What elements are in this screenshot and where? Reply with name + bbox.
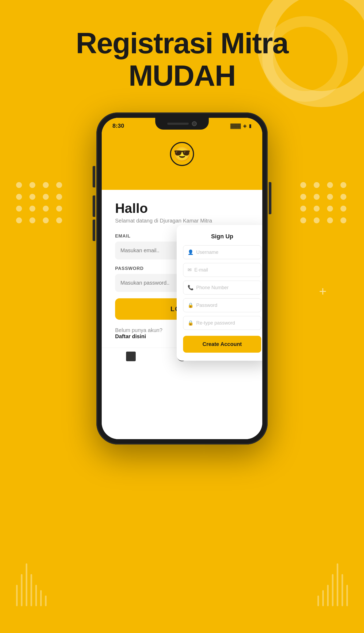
greeting-subtitle: Selamat datang di Djuragan Kamar Mitra — [115, 218, 249, 224]
signal-icon: ▓▓▓ — [230, 123, 241, 129]
app-content: 😎 Djuragan Kamar Hallo Selamat datang di… — [102, 134, 262, 439]
logo-face: 😎 — [173, 146, 191, 162]
wifi-icon: ◈ — [243, 123, 247, 129]
main-title: Registrasi Mitra MUDAH — [62, 27, 302, 92]
password-signup-icon: 🔒 — [188, 302, 194, 308]
title-line1: Registrasi Mitra — [76, 27, 288, 59]
email-signup-icon: ✉ — [188, 267, 192, 273]
username-icon: 👤 — [188, 249, 194, 255]
password-signup-field[interactable]: 🔒 Password — [183, 298, 261, 312]
battery-icon: ▮ — [249, 123, 252, 129]
title-line2: MUDAH — [128, 59, 235, 92]
register-link[interactable]: Daftar disini — [115, 333, 146, 339]
notch-camera — [192, 121, 197, 126]
status-time: 8:30 — [112, 122, 124, 129]
logo-circle: 😎 — [170, 142, 194, 166]
notch — [155, 118, 209, 130]
greeting-title: Hallo — [115, 201, 249, 216]
username-field[interactable]: 👤 Username — [183, 245, 261, 259]
retype-icon: 🔒 — [188, 320, 194, 326]
plus-decoration: + — [319, 284, 327, 299]
phone-mockup: 8:30 ▓▓▓ ◈ ▮ 😎 Djuragan Kamar — [96, 112, 268, 455]
dots-left — [16, 182, 64, 223]
signup-title: Sign Up — [183, 233, 261, 240]
lines-bottom-right — [317, 563, 348, 606]
email-signup-placeholder: E-mail — [194, 267, 208, 273]
phone-screen: 8:30 ▓▓▓ ◈ ▮ 😎 Djuragan Kamar — [102, 118, 262, 439]
status-bar: 8:30 ▓▓▓ ◈ ▮ — [102, 118, 262, 134]
phone-field[interactable]: 📞 Phone Number — [183, 281, 261, 295]
status-icons: ▓▓▓ ◈ ▮ — [230, 123, 252, 129]
phone-placeholder: Phone Number — [196, 285, 229, 291]
email-signup-field[interactable]: ✉ E-mail — [183, 263, 261, 277]
phone-shell: 8:30 ▓▓▓ ◈ ▮ 😎 Djuragan Kamar — [96, 112, 268, 444]
logo-text-black: Djuragan — [149, 169, 186, 179]
logo-text-yellow: Kamar — [188, 169, 215, 179]
signup-card: Sign Up 👤 Username ✉ E-mail 📞 Phone Numb… — [177, 225, 262, 361]
password-signup-placeholder: Password — [196, 303, 217, 308]
create-account-button[interactable]: Create Account — [183, 336, 261, 353]
app-header: 😎 Djuragan Kamar — [102, 134, 262, 190]
lines-bottom-left — [16, 563, 47, 606]
dots-right — [300, 182, 348, 223]
retype-password-field[interactable]: 🔒 Re-type password — [183, 316, 261, 330]
username-placeholder: Username — [196, 250, 218, 255]
phone-icon: 📞 — [188, 285, 194, 291]
retype-placeholder: Re-type password — [196, 320, 235, 326]
logo-text: Djuragan Kamar — [112, 169, 252, 179]
no-account-text: Belum punya akun? — [115, 327, 162, 333]
back-square-button[interactable] — [126, 352, 136, 361]
notch-speaker — [167, 123, 189, 125]
